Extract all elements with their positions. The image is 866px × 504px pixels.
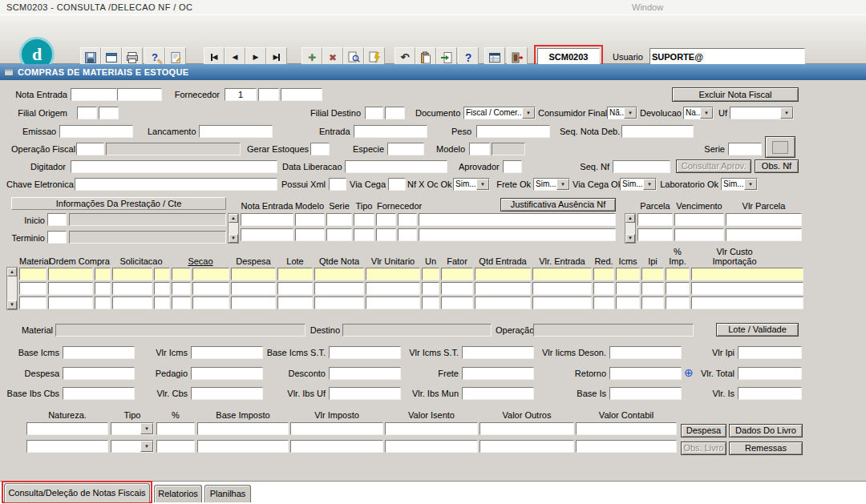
grid-cell[interactable]: [277, 282, 313, 295]
grid-cell[interactable]: [475, 282, 531, 295]
grid-cell[interactable]: [314, 282, 364, 295]
grid-cell[interactable]: [19, 282, 47, 295]
nf-cell[interactable]: [354, 228, 374, 241]
grid-cell[interactable]: [475, 296, 531, 309]
vlr-ibs-uf-field[interactable]: [329, 387, 401, 400]
percent-cell[interactable]: [156, 422, 195, 435]
filial-origem-field-2[interactable]: [99, 107, 119, 119]
tab-relatorios[interactable]: Relatorios: [154, 485, 202, 502]
valor-contabil-cell[interactable]: [576, 422, 677, 435]
tipo-combo[interactable]: ▼: [111, 422, 154, 435]
emissao-field[interactable]: [59, 125, 133, 138]
vlr-ibs-mun-field[interactable]: [462, 387, 534, 400]
grid-cell[interactable]: [422, 296, 439, 309]
grid-cell[interactable]: [19, 296, 47, 309]
fornecedor-code-field[interactable]: [225, 88, 257, 101]
uf-combo[interactable]: ▼: [730, 107, 794, 119]
nf-cell[interactable]: [295, 228, 325, 241]
grid-cell[interactable]: [95, 296, 111, 309]
dropdown-arrow-icon[interactable]: ▼: [780, 107, 793, 119]
grid-cell[interactable]: [192, 282, 229, 295]
tab-consulta-delecao-notas-fiscais[interactable]: Consulta/Deleção de Notas Fiscais: [4, 483, 150, 502]
grid-cell[interactable]: [641, 282, 664, 295]
usuario-field[interactable]: [650, 48, 805, 65]
grid-cell[interactable]: [366, 268, 420, 280]
tipo-combo[interactable]: ▼: [111, 440, 154, 453]
grid-cell[interactable]: [532, 282, 592, 295]
tab-planilhas[interactable]: Planilhas: [204, 485, 251, 502]
peso-field[interactable]: [476, 125, 550, 138]
vlr-icms-st-field[interactable]: [462, 346, 534, 359]
grid-cell[interactable]: [231, 296, 276, 309]
grid-cell[interactable]: [641, 296, 664, 309]
nf-cell[interactable]: [354, 213, 374, 226]
despesa-field[interactable]: [63, 367, 135, 380]
modelo-field[interactable]: [469, 143, 490, 155]
seq-nota-deb-field[interactable]: [621, 125, 694, 138]
nf-cell[interactable]: [241, 213, 293, 226]
digitador-field[interactable]: [71, 160, 277, 173]
valor-isento-cell[interactable]: [385, 440, 478, 453]
menu-window[interactable]: Window: [632, 2, 663, 13]
dropdown-arrow-icon[interactable]: ▼: [643, 179, 656, 190]
retorno-field[interactable]: [609, 367, 682, 380]
grid-cell[interactable]: [172, 268, 191, 280]
grid-cell[interactable]: [48, 296, 93, 309]
nf-cell[interactable]: [398, 213, 417, 226]
laboratorio-ok-combo[interactable]: Sim...▼: [721, 178, 758, 191]
operacao-fiscal-field[interactable]: [76, 143, 104, 155]
entrada-field[interactable]: [354, 125, 427, 138]
justificativa-ausencia-nf-button[interactable]: Justificativa Ausência Nf: [500, 198, 616, 212]
grid-cell[interactable]: [666, 282, 690, 295]
grid-cell[interactable]: [593, 282, 614, 295]
possui-xml-field[interactable]: [329, 178, 346, 191]
obs-nf-button[interactable]: Obs. Nf: [755, 159, 799, 173]
nf-cell[interactable]: [326, 228, 352, 241]
consultar-aprov-button[interactable]: Consultar Aprov.: [676, 159, 751, 173]
dropdown-arrow-icon[interactable]: ▼: [624, 107, 637, 119]
grid-cell[interactable]: [532, 268, 592, 280]
gerar-estoques-field[interactable]: [310, 143, 330, 155]
despesa-button[interactable]: Despesa: [681, 424, 726, 437]
nf-cell[interactable]: [326, 213, 352, 226]
vlr-imposto-cell[interactable]: [290, 440, 383, 453]
grid-cell[interactable]: [593, 296, 614, 309]
filial-destino-field[interactable]: [365, 107, 383, 119]
grid-cell[interactable]: [95, 268, 111, 280]
grid-cell[interactable]: [441, 282, 473, 295]
grid-cell[interactable]: [441, 268, 473, 280]
grid-cell[interactable]: [277, 268, 313, 280]
dropdown-arrow-icon[interactable]: ▼: [522, 107, 535, 119]
frete-field[interactable]: [462, 367, 534, 380]
grid-cell[interactable]: [616, 296, 640, 309]
nota-entrada-field-2[interactable]: [117, 88, 162, 101]
dropdown-arrow-icon[interactable]: ▼: [556, 179, 569, 190]
grid-cell[interactable]: [441, 296, 473, 309]
danfe-view-button[interactable]: [765, 136, 795, 158]
natureza-cell[interactable]: [26, 440, 108, 453]
excluir-nota-fiscal-button[interactable]: Excluir Nota Fiscal: [672, 87, 799, 102]
dados-do-livro-button[interactable]: Dados Do Livro: [729, 424, 803, 437]
nf-cell[interactable]: [376, 213, 396, 226]
data-liberacao-field[interactable]: [345, 160, 447, 173]
vlr-total-field[interactable]: [738, 367, 802, 380]
parcela-cell[interactable]: [726, 213, 802, 226]
grid-cell[interactable]: [277, 296, 313, 309]
valor-outros-cell[interactable]: [480, 440, 574, 453]
base-icms-st-field[interactable]: [329, 346, 401, 359]
fornecedor-extra-field[interactable]: [281, 88, 322, 101]
parcela-cell[interactable]: [674, 228, 724, 241]
dropdown-arrow-icon[interactable]: ▼: [476, 179, 489, 190]
grid-cell[interactable]: [19, 268, 47, 280]
grid-cell[interactable]: [154, 268, 170, 280]
consumidor-final-combo[interactable]: Nã...▼: [607, 107, 637, 119]
grid-cell[interactable]: [231, 282, 276, 295]
grid-cell[interactable]: [154, 296, 170, 309]
parcela-cell[interactable]: [726, 228, 802, 241]
valor-isento-cell[interactable]: [385, 422, 478, 435]
serie-field[interactable]: [728, 143, 762, 155]
grid-cell[interactable]: [366, 296, 420, 309]
natureza-cell[interactable]: [26, 422, 108, 435]
base-imposto-cell[interactable]: [197, 440, 289, 453]
grid-cell[interactable]: [666, 268, 690, 280]
